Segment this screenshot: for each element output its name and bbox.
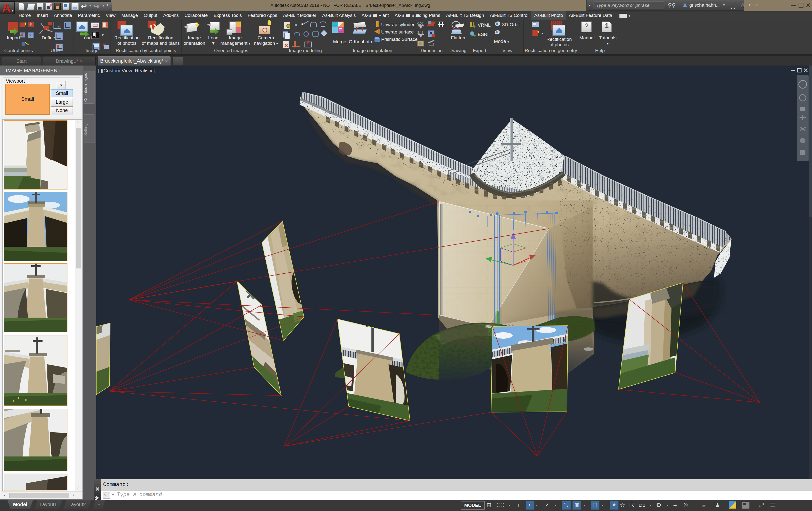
svg-text:[-][Custom View][Realistic]: [-][Custom View][Realistic] <box>98 68 155 73</box>
